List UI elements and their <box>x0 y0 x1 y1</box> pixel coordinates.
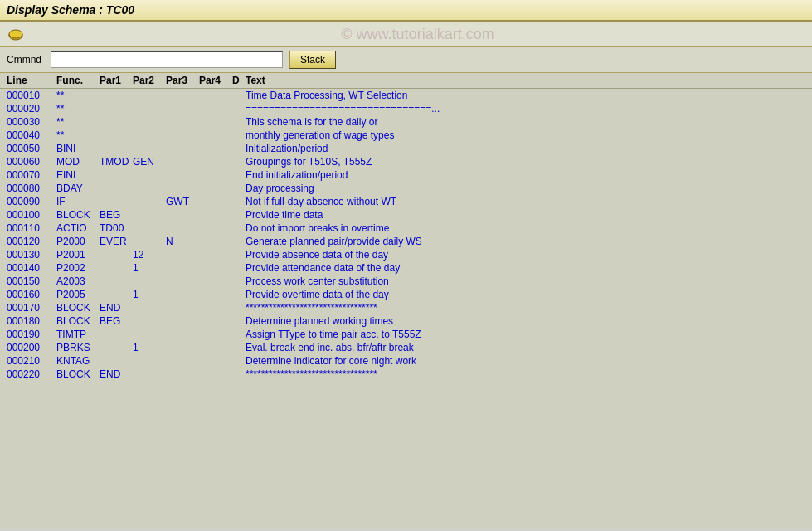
cell-par2 <box>133 103 166 114</box>
cell-par2 <box>133 196 166 207</box>
table-row[interactable]: 000060 MOD TMOD GEN Groupings for T510S,… <box>0 155 812 168</box>
cell-d <box>232 143 246 154</box>
cell-par4 <box>199 329 232 340</box>
cell-line: 000110 <box>7 222 56 234</box>
cell-text: ********************************** <box>246 368 805 380</box>
cell-par1 <box>100 103 133 114</box>
table-row[interactable]: 000170 BLOCK END ***********************… <box>0 301 812 314</box>
table-row[interactable]: 000190 TIMTP Assign TType to time pair a… <box>0 328 812 341</box>
table-row[interactable]: 000180 BLOCK BEG Determine planned worki… <box>0 314 812 328</box>
stack-button[interactable]: Stack <box>289 51 336 69</box>
table-row[interactable]: 000070 EINI End initialization/period <box>0 168 812 182</box>
toolbar: © www.tutorialkart.com <box>0 22 812 47</box>
cell-func: A2003 <box>56 275 100 287</box>
cell-par1 <box>100 262 133 274</box>
cell-par4 <box>199 289 232 300</box>
cell-d <box>232 262 246 274</box>
cell-par1 <box>100 249 133 261</box>
table-row[interactable]: 000050 BINI Initialization/period <box>0 142 812 155</box>
cell-line: 000190 <box>7 329 56 340</box>
cell-par3 <box>166 249 199 261</box>
cell-text: Provide overtime data of the day <box>246 289 805 300</box>
table-row[interactable]: 000220 BLOCK END ***********************… <box>0 368 812 381</box>
cell-line: 000010 <box>7 90 56 101</box>
table-row[interactable]: 000160 P2005 1 Provide overtime data of … <box>0 288 812 301</box>
cell-func: EINI <box>56 169 100 181</box>
cell-text: Assign TType to time pair acc. to T555Z <box>246 329 805 340</box>
table-row[interactable]: 000200 PBRKS 1 Eval. break end inc. abs.… <box>0 341 812 354</box>
cell-par1 <box>100 355 133 367</box>
cell-par3 <box>166 103 199 114</box>
cell-text: ================================... <box>246 103 805 114</box>
cell-d <box>232 302 246 314</box>
cell-par2 <box>133 275 166 287</box>
cell-text: Initialization/period <box>246 143 805 154</box>
cell-func: BLOCK <box>56 209 100 221</box>
cell-line: 000060 <box>7 156 56 168</box>
cell-par1: BEG <box>100 209 133 221</box>
cell-d <box>232 183 246 194</box>
cell-par4 <box>199 315 232 327</box>
cell-par4 <box>199 169 232 181</box>
cell-line: 000070 <box>7 169 56 181</box>
cell-line: 000030 <box>7 116 56 128</box>
cell-par4 <box>199 196 232 207</box>
cell-text: Day processing <box>246 183 805 194</box>
cell-text: Provide time data <box>246 209 805 221</box>
cell-par2 <box>133 315 166 327</box>
cell-par1 <box>100 329 133 340</box>
cell-par1 <box>100 169 133 181</box>
table-row[interactable]: 000120 P2000 EVER N Generate planned pai… <box>0 235 812 248</box>
cell-line: 000020 <box>7 103 56 114</box>
cell-par2: 1 <box>133 289 166 300</box>
command-input[interactable] <box>51 51 283 68</box>
table-row[interactable]: 000020 ** ==============================… <box>0 102 812 115</box>
cell-par4 <box>199 103 232 114</box>
table-row[interactable]: 000110 ACTIO TD00 Do not import breaks i… <box>0 222 812 235</box>
cell-d <box>232 249 246 261</box>
cell-func: P2005 <box>56 289 100 300</box>
cell-func: ** <box>56 129 100 141</box>
cell-par2 <box>133 209 166 221</box>
cell-d <box>232 222 246 234</box>
table-row[interactable]: 000090 IF GWT Not if full-day absence wi… <box>0 195 812 208</box>
cell-par3 <box>166 209 199 221</box>
cell-line: 000160 <box>7 289 56 300</box>
table-row[interactable]: 000140 P2002 1 Provide attendance data o… <box>0 261 812 275</box>
cell-d <box>232 329 246 340</box>
cell-text: Provide absence data of the day <box>246 249 805 261</box>
cell-line: 000200 <box>7 342 56 353</box>
cell-par2 <box>133 129 166 141</box>
table-row[interactable]: 000130 P2001 12 Provide absence data of … <box>0 248 812 261</box>
table-row[interactable]: 000210 KNTAG Determine indicator for cor… <box>0 354 812 368</box>
cell-par3 <box>166 90 199 101</box>
table-row[interactable]: 000080 BDAY Day processing <box>0 182 812 195</box>
cell-text: End initialization/period <box>246 169 805 181</box>
table-row[interactable]: 000030 ** This schema is for the daily o… <box>0 115 812 129</box>
title-bar: Display Schema : TC00 <box>0 0 812 22</box>
cell-par3 <box>166 262 199 274</box>
toolbar-icon[interactable] <box>7 25 25 43</box>
cell-text: Not if full-day absence without WT <box>246 196 805 207</box>
cell-par4 <box>199 236 232 247</box>
cell-func: BINI <box>56 143 100 154</box>
table-row[interactable]: 000040 ** monthly generation of wage typ… <box>0 129 812 142</box>
page-title: Display Schema : TC00 <box>7 3 134 17</box>
cell-par1: TMOD <box>100 156 133 168</box>
cell-par2 <box>133 222 166 234</box>
cell-line: 000080 <box>7 183 56 194</box>
table-header: Line Func. Par1 Par2 Par3 Par4 D Text <box>0 73 812 89</box>
cell-line: 000140 <box>7 262 56 274</box>
cell-text: Generate planned pair/provide daily WS <box>246 236 805 247</box>
cell-par4 <box>199 143 232 154</box>
cell-par3 <box>166 169 199 181</box>
cell-d <box>232 236 246 247</box>
table-row[interactable]: 000010 ** Time Data Processing, WT Selec… <box>0 89 812 102</box>
cell-text: Process work center substitution <box>246 275 805 287</box>
cell-par1 <box>100 90 133 101</box>
cell-par2 <box>133 236 166 247</box>
table-row[interactable]: 000100 BLOCK BEG Provide time data <box>0 208 812 222</box>
cell-line: 000090 <box>7 196 56 207</box>
table-row[interactable]: 000150 A2003 Process work center substit… <box>0 275 812 288</box>
cell-func: BLOCK <box>56 315 100 327</box>
